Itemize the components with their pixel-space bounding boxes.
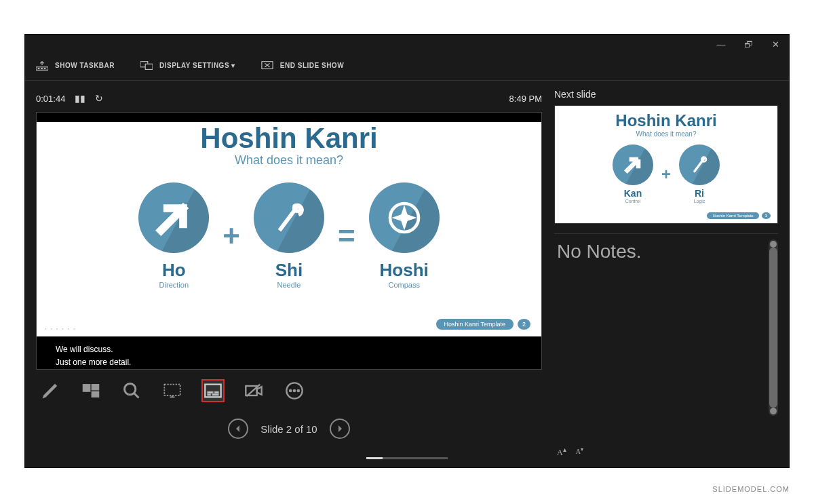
next-slide-footer: Hoshin Kanri Template 3	[707, 212, 771, 219]
zoom-button[interactable]	[120, 379, 143, 402]
slide-counter-label: Slide 2 of 10	[260, 423, 317, 435]
svg-rect-10	[92, 385, 99, 390]
content-area: 0:01:44 ▮▮ ↻ 8:49 PM Hoshin Kanri What d…	[25, 81, 789, 463]
pen-tool-button[interactable]	[39, 379, 62, 402]
next-slide-heading: Next slide	[554, 89, 778, 100]
black-screen-button[interactable]	[161, 379, 184, 402]
compass-icon	[369, 182, 440, 253]
next-kan-title: Kan	[613, 188, 653, 199]
svg-rect-1	[38, 68, 40, 69]
term-hoshi-sub: Compass	[369, 281, 440, 289]
next-ri-title: Ri	[679, 188, 720, 199]
term-hoshi: Hoshi Compass	[369, 182, 440, 289]
svg-point-21	[289, 389, 292, 392]
previous-slide-button[interactable]	[228, 419, 248, 439]
top-toolbar: SHOW TASKBAR DISPLAY SETTINGS ▾ END SLID…	[25, 51, 789, 81]
next-term-kan: Kan Control	[613, 144, 653, 203]
scroll-up-icon[interactable]	[770, 241, 777, 248]
term-shi: Shi Needle	[254, 182, 324, 289]
show-taskbar-label: SHOW TASKBAR	[55, 62, 115, 69]
svg-rect-18	[212, 394, 218, 395]
notes-scrollbar[interactable]	[769, 239, 778, 416]
svg-rect-13	[164, 385, 180, 395]
svg-point-23	[297, 389, 300, 392]
display-settings-button[interactable]: DISPLAY SETTINGS ▾	[140, 60, 235, 71]
next-slide-preview[interactable]: Hoshin Kanri What does it mean? Kan Cont…	[554, 105, 778, 224]
equation-row: Ho Direction + Shi Needle = Hoshi	[37, 182, 541, 289]
slide-footer: Hoshin Kanri Template 2	[436, 319, 530, 330]
close-button[interactable]: ✕	[762, 35, 789, 54]
caption-line-2: Just one more detail.	[56, 356, 522, 369]
window-controls: — 🗗 ✕	[708, 35, 789, 54]
increase-font-button[interactable]: A▴	[557, 446, 566, 458]
term-ho-sub: Direction	[138, 281, 209, 289]
next-ri-sub: Logic	[679, 199, 720, 203]
term-ho: Ho Direction	[138, 182, 209, 289]
camera-button[interactable]	[242, 379, 265, 402]
slide-title: Hoshin Kanri	[37, 122, 541, 155]
svg-rect-17	[208, 394, 211, 395]
svg-rect-11	[92, 391, 99, 397]
caption-line-1: We will discuss.	[56, 343, 522, 356]
next-footer-num: 3	[762, 212, 771, 219]
svg-rect-15	[208, 391, 213, 393]
current-slide: Hoshin Kanri What does it mean? Ho Direc…	[37, 122, 541, 336]
term-hoshi-title: Hoshi	[369, 260, 440, 281]
arrow-icon	[613, 144, 653, 185]
needle-icon	[254, 182, 324, 253]
left-pane: 0:01:44 ▮▮ ↻ 8:49 PM Hoshin Kanri What d…	[36, 89, 542, 463]
next-slide-subtitle: What does it mean?	[555, 130, 777, 138]
footer-slide-number: 2	[518, 319, 530, 330]
svg-rect-16	[214, 391, 218, 393]
scrollbar-thumb[interactable]	[769, 248, 777, 408]
next-term-ri: Ri Logic	[679, 144, 720, 203]
notes-font-controls: A▴ A▾	[557, 446, 583, 458]
progress-bar	[366, 457, 448, 459]
subtitles-area: We will discuss. Just one more detail.	[37, 336, 541, 370]
needle-icon	[679, 144, 720, 185]
toggle-subtitles-button[interactable]	[201, 379, 225, 402]
more-options-button[interactable]	[283, 379, 306, 402]
timer-row: 0:01:44 ▮▮ ↻ 8:49 PM	[36, 89, 542, 108]
svg-point-12	[125, 384, 136, 395]
taskbar-icon	[36, 60, 48, 71]
clock-time: 8:49 PM	[509, 94, 542, 104]
show-taskbar-button[interactable]: SHOW TASKBAR	[36, 60, 115, 71]
presenter-tools	[36, 379, 542, 402]
svg-rect-9	[83, 385, 90, 392]
end-show-icon	[261, 60, 273, 71]
next-slide-button[interactable]	[330, 419, 350, 439]
equals-operator: =	[338, 219, 355, 253]
svg-rect-19	[246, 386, 256, 395]
plus-operator: +	[222, 219, 240, 253]
term-shi-sub: Needle	[254, 281, 324, 289]
next-equation-row: Kan Control + Ri Logic	[555, 144, 777, 203]
slide-nav-dots: ◦ ◦ ◦ ◦ ◦ ▫	[45, 326, 77, 331]
notes-area: No Notes. A▴ A▾	[554, 233, 778, 463]
svg-rect-2	[41, 68, 43, 69]
watermark: SLIDEMODEL.COM	[712, 485, 790, 493]
svg-rect-3	[44, 68, 46, 69]
arrow-icon	[138, 182, 209, 253]
right-pane: Next slide Hoshin Kanri What does it mea…	[554, 89, 778, 463]
see-all-slides-button[interactable]	[79, 379, 102, 402]
decrease-font-button[interactable]: A▾	[576, 446, 583, 458]
display-settings-icon	[140, 60, 153, 71]
restart-timer-button[interactable]: ↻	[95, 93, 103, 104]
svg-rect-5	[145, 64, 153, 69]
scroll-down-icon[interactable]	[770, 408, 777, 414]
presenter-view-window: — 🗗 ✕ SHOW TASKBAR DISPLAY SETTINGS ▾ EN…	[24, 34, 790, 468]
term-shi-title: Shi	[254, 260, 324, 281]
notes-text: No Notes.	[554, 234, 778, 269]
footer-template-label: Hoshin Kanri Template	[436, 319, 513, 330]
slide-navigation: Slide 2 of 10	[36, 419, 542, 439]
minimize-button[interactable]: —	[708, 35, 735, 54]
pause-button[interactable]: ▮▮	[75, 93, 85, 104]
next-kan-sub: Control	[613, 199, 653, 203]
restore-button[interactable]: 🗗	[735, 35, 762, 54]
end-slideshow-button[interactable]: END SLIDE SHOW	[261, 60, 344, 71]
end-show-label: END SLIDE SHOW	[280, 62, 344, 69]
slide-subtitle: What does it mean?	[37, 153, 541, 168]
current-slide-container[interactable]: Hoshin Kanri What does it mean? Ho Direc…	[36, 112, 542, 370]
next-slide-title: Hoshin Kanri	[555, 111, 777, 130]
